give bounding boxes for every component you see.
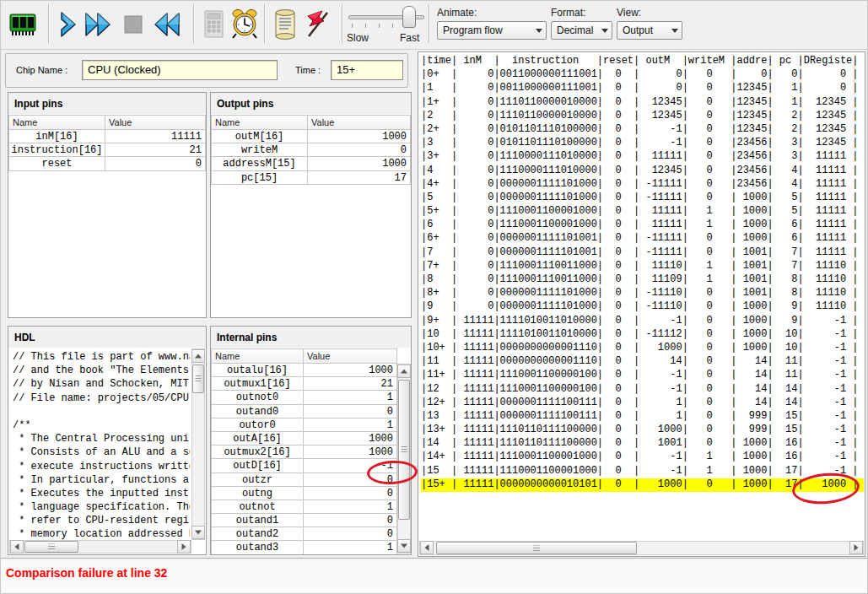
scroll-left-button[interactable]	[10, 540, 24, 554]
hardware-simulator-window: Slow Fast Animate: Program flow Format: …	[0, 0, 868, 594]
pin-value[interactable]: 11111	[105, 130, 206, 143]
pin-name: outM[16]	[211, 130, 308, 143]
column-header-value: Value	[304, 348, 397, 364]
pin-value: 17	[308, 171, 411, 185]
stop-button[interactable]	[117, 5, 149, 44]
hdl-line: * language specification. The D and A in…	[13, 501, 190, 515]
slider-tick	[352, 24, 353, 28]
table-row: outM[16] 1000	[211, 130, 411, 143]
pin-name: outzr	[211, 473, 304, 487]
pin-name: outA[16]	[211, 432, 304, 446]
pin-value: 1	[304, 391, 397, 404]
pin-value[interactable]: 0	[105, 157, 206, 170]
column-header-value: Value	[308, 115, 411, 130]
compare-row: |9 | 0|0000001111101000| 0 | -11110| 0 |…	[421, 300, 864, 314]
grip-icon	[533, 545, 540, 551]
hdl-line: * execute instructions written in the Ha…	[13, 461, 190, 474]
column-header-name: Name	[211, 115, 308, 130]
hdl-line: /**	[13, 419, 190, 433]
pin-value[interactable]: 21	[105, 143, 206, 157]
hdl-line: // and the book "The Elements of Computi…	[13, 364, 190, 378]
rewind-icon	[149, 9, 181, 40]
view-dropdown[interactable]: Output	[617, 21, 682, 40]
output-compare-panel: |time| inM | instruction |reset| outM |w…	[418, 51, 865, 557]
table-row: outnot01	[211, 391, 397, 404]
scrollbar-thumb[interactable]	[24, 541, 78, 553]
compare-row: |3+ | 0|1110000111010000| 0 | 11111| 0 |…	[421, 150, 864, 164]
pin-name: inM[16]	[8, 130, 105, 143]
status-bar: Comparison failure at line 32	[1, 560, 868, 594]
hdl-line: // This file is part of www.nand2tetris.…	[13, 351, 190, 364]
scroll-left-button[interactable]	[420, 541, 434, 554]
table-row: outand31	[211, 541, 397, 554]
load-script-button[interactable]	[269, 5, 301, 44]
scrollbar-thumb[interactable]	[398, 380, 410, 520]
compare-row: |4 | 0|1110000111010000| 0 | 12345| 0 |2…	[421, 165, 864, 178]
chevron-down-icon	[601, 29, 608, 36]
pin-value: 0	[304, 405, 397, 418]
internal-pins-vertical-scrollbar[interactable]	[397, 364, 411, 554]
hdl-line: * refer to CPU-resident registers, while…	[13, 515, 190, 528]
compare-header-row: |time| inM | instruction |reset| outM |w…	[421, 55, 864, 68]
script-scroll-icon	[269, 8, 301, 41]
compare-row: |10 | 11111|1111010011010000| 0 | -11112…	[421, 328, 864, 342]
table-row: outor01	[211, 418, 397, 432]
chip-name-bar: Chip Name : CPU (Clocked) Time : 15+	[5, 53, 408, 88]
scroll-up-button[interactable]	[397, 364, 411, 378]
compare-row: |15 | 11111|1110001100001000| 0 | -1| 1 …	[421, 465, 864, 478]
hdl-vertical-scrollbar[interactable]	[191, 348, 205, 540]
pin-value: 0	[304, 487, 397, 500]
speed-slider[interactable]: Slow Fast	[347, 4, 426, 45]
table-row: outzr0	[211, 473, 397, 487]
breakpoints-button[interactable]	[301, 5, 333, 44]
hdl-horizontal-scrollbar[interactable]	[9, 540, 191, 554]
pin-value: 0	[304, 527, 397, 541]
single-step-button[interactable]	[53, 5, 85, 44]
table-row: outand20	[211, 527, 397, 541]
animate-dropdown[interactable]: Program flow	[437, 21, 547, 40]
scroll-right-button[interactable]	[177, 540, 191, 554]
format-dropdown[interactable]: Decimal	[551, 21, 612, 40]
triangle-down-icon	[195, 530, 202, 537]
table-row: pc[15] 17	[211, 171, 411, 185]
triangle-left-icon	[422, 544, 429, 551]
pin-name: pc[15]	[211, 171, 308, 185]
compare-row: |13+ | 11111|1110110111100000| 0 | 1000|…	[421, 424, 864, 437]
scroll-right-button[interactable]	[849, 541, 863, 554]
triangle-down-icon	[401, 543, 407, 551]
compare-row: |7 | 0|0000001111101001| 0 | -11111| 0 |…	[421, 246, 864, 260]
pin-value: 1000	[308, 157, 411, 170]
compare-horizontal-scrollbar[interactable]	[419, 541, 864, 555]
pin-name: outmux1[16]	[211, 377, 304, 391]
run-button[interactable]	[84, 5, 116, 44]
slider-thumb[interactable]	[402, 6, 416, 28]
compare-row: |8+ | 0|0000001111101000| 0 | -11110| 0 …	[421, 287, 864, 300]
memory-chip-icon	[7, 8, 39, 41]
output-pins-title: Output pins	[211, 93, 411, 114]
table-row: instruction[16] 21	[8, 143, 206, 157]
scroll-down-button[interactable]	[191, 526, 205, 539]
eval-button[interactable]	[198, 5, 230, 44]
reset-button[interactable]	[149, 5, 181, 44]
scrollbar-thumb[interactable]	[436, 542, 637, 554]
compare-row: |1+ | 0|1110110000010000| 0 | 12345| 0 |…	[421, 96, 864, 110]
pin-value: 1	[304, 418, 397, 432]
status-message: Comparison failure at line 32	[6, 566, 167, 580]
pin-value: 0	[308, 143, 411, 157]
scroll-down-button[interactable]	[397, 539, 411, 553]
toolbar-separator	[264, 4, 266, 43]
pin-value: 1000	[304, 364, 397, 377]
chevron-down-icon	[671, 29, 678, 36]
scrollbar-thumb[interactable]	[192, 364, 204, 393]
pin-name: outnot0	[211, 391, 304, 404]
toolbar: Slow Fast Animate: Program flow Format: …	[1, 1, 868, 50]
compare-row: |6 | 0|1110001100001000| 0 | 11111| 1 | …	[421, 219, 864, 232]
load-chip-button[interactable]	[7, 5, 39, 44]
compare-row: |12 | 11111|1110001100000100| 0 | -1| 0 …	[421, 383, 864, 397]
pin-name: outalu[16]	[211, 364, 304, 377]
format-value: Decimal	[557, 24, 593, 36]
scroll-up-button[interactable]	[191, 349, 205, 363]
clock-cycle-button[interactable]	[229, 5, 261, 44]
compare-row: |14+ | 11111|1110001100001000| 0 | -1| 1…	[421, 451, 864, 464]
compare-row: |2+ | 0|0101101110100000| 0 | -1| 0 |123…	[421, 123, 864, 137]
